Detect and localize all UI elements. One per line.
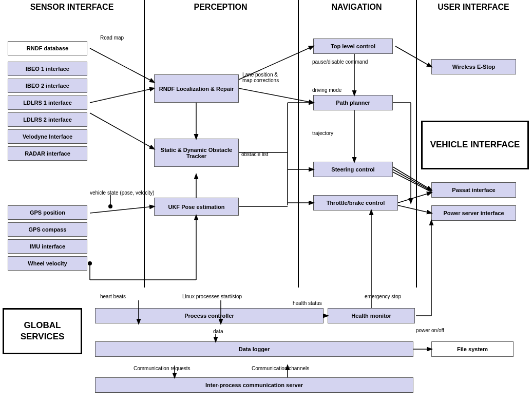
imu-box: IMU interface	[8, 239, 87, 254]
user-interface-header: USER INTERFACE	[417, 3, 530, 12]
inter-process-box: Inter-process communication server	[95, 377, 413, 393]
passat-box: Passat interface	[431, 182, 516, 198]
health-status-label: health status	[293, 300, 322, 306]
svg-point-35	[88, 261, 92, 265]
path-planner-box: Path planner	[313, 95, 393, 110]
svg-line-20	[393, 167, 431, 190]
vehicle-interface-box: VEHICLE INTERFACE	[421, 121, 529, 169]
ibeo2-box: IBEO 2 interface	[8, 79, 87, 93]
obstacle-list-label: obstacle list	[241, 151, 268, 157]
svg-line-24	[398, 205, 431, 213]
throttle-box: Throttle/brake control	[313, 195, 398, 210]
gps-compass-box: GPS compass	[8, 222, 87, 237]
road-map-label: Road map	[100, 35, 124, 41]
divider-1	[144, 0, 145, 288]
trajectory-label: trajectory	[312, 130, 333, 136]
diagram: SENSOR INTERFACE PERCEPTION NAVIGATION U…	[0, 0, 532, 402]
power-server-box: Power server interface	[431, 205, 516, 221]
data-label: data	[213, 329, 223, 334]
rndf-database-box: RNDF database	[8, 41, 87, 55]
top-level-box: Top level control	[313, 39, 393, 54]
radar-box: RADAR interface	[8, 146, 87, 161]
svg-line-15	[395, 46, 431, 67]
comm-channels-label: Communication channels	[252, 366, 309, 371]
svg-point-39	[108, 204, 112, 208]
wireless-estop-box: Wireless E-Stop	[431, 59, 516, 74]
health-monitor-box: Health monitor	[328, 308, 415, 323]
process-controller-box: Process controller	[95, 308, 324, 323]
sensor-interface-header: SENSOR INTERFACE	[3, 3, 141, 12]
divider-2	[298, 0, 299, 288]
lane-position-label: Lane position &map corrections	[242, 72, 279, 83]
gps-position-box: GPS position	[8, 205, 87, 220]
file-system-box: File system	[431, 341, 514, 357]
steering-box: Steering control	[313, 162, 393, 177]
ldlrs2-box: LDLRS 2 interface	[8, 112, 87, 127]
perception-header: PERCEPTION	[145, 3, 296, 12]
emergency-stop-label: emergency stop	[365, 294, 401, 299]
ibeo1-box: IBEO 1 interface	[8, 62, 87, 76]
velodyne-box: Velodyne Interface	[8, 129, 87, 144]
global-services-box: GLOBAL SERVICES	[3, 308, 82, 354]
rndf-localization-box: RNDF Localization & Repair	[154, 74, 239, 103]
svg-line-23	[398, 193, 431, 203]
ldlrs1-box: LDLRS 1 interface	[8, 95, 87, 110]
comm-requests-label: Communication requests	[134, 366, 191, 371]
linux-processes-label: Linux processes start/stop	[182, 294, 242, 299]
vehicle-state-label: vehicle state (pose, velocity)	[90, 190, 155, 196]
data-logger-box: Data logger	[95, 341, 413, 357]
power-on-off-label: power on/off	[416, 328, 444, 333]
wheel-velocity-box: Wheel velocity	[8, 256, 87, 271]
divider-3	[416, 0, 417, 288]
navigation-header: NAVIGATION	[299, 3, 414, 12]
pause-disable-label: pause/disable command	[312, 59, 368, 65]
svg-line-4	[239, 88, 313, 103]
ukf-pose-box: UKF Pose estimation	[154, 198, 239, 216]
heart-beats-label: heart beats	[100, 294, 126, 299]
svg-line-22	[393, 172, 431, 192]
static-dynamic-box: Static & Dynamic Obstacle Tracker	[154, 139, 239, 167]
driving-mode-label: driving mode	[312, 87, 341, 93]
svg-line-21	[393, 169, 431, 191]
